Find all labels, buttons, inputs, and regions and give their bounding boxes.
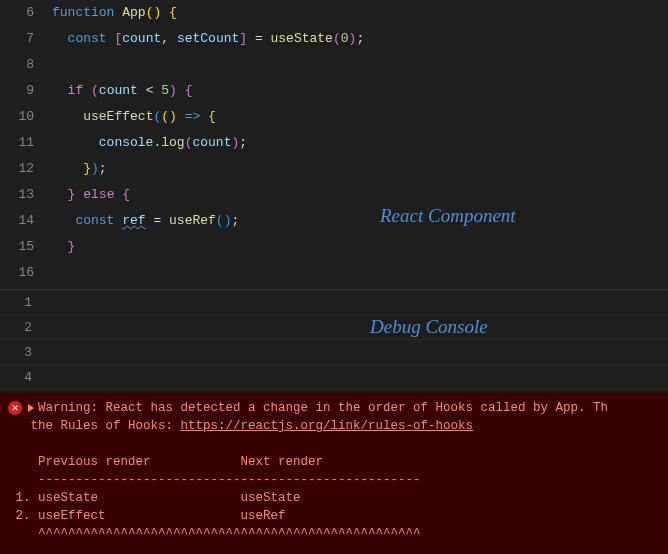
line-number: 12	[4, 156, 34, 182]
error-divider: ----------------------------------------…	[8, 471, 660, 489]
error-rules-row: the Rules of Hooks: https://reactjs.org/…	[8, 417, 660, 435]
error-table-row: 2. useEffect useRef	[8, 507, 660, 525]
code-line[interactable]: if (count < 5) {	[52, 78, 668, 104]
line-number: 9	[4, 78, 34, 104]
code-content[interactable]: function App() { const [count, setCount]…	[48, 0, 668, 289]
line-number: 11	[4, 130, 34, 156]
code-line[interactable]: }	[52, 234, 668, 260]
error-header-row: ✕Warning: React has detected a change in…	[8, 399, 660, 417]
console-gutter: 1 2 3 4	[0, 290, 48, 390]
line-number: 15	[4, 234, 34, 260]
rules-of-hooks-link[interactable]: https://reactjs.org/link/rules-of-hooks	[181, 419, 474, 433]
code-line[interactable]: console.log(count);	[52, 130, 668, 156]
console-body[interactable]	[0, 290, 668, 390]
code-line[interactable]: function App() {	[52, 0, 668, 26]
line-number: 16	[4, 260, 34, 286]
error-icon: ✕	[8, 401, 22, 415]
console-line-number: 2	[4, 315, 32, 340]
line-number-gutter: 6 7 8 9 10 11 12 13 14 15 16	[0, 0, 48, 289]
line-number: 13	[4, 182, 34, 208]
console-line-number: 1	[4, 290, 32, 315]
error-table-row: 1. useState useState	[8, 489, 660, 507]
line-number: 7	[4, 26, 34, 52]
debug-console[interactable]: 1 2 3 4	[0, 289, 668, 393]
code-line[interactable]: const [count, setCount] = useState(0);	[52, 26, 668, 52]
error-table-header: Previous render Next render	[8, 453, 660, 471]
console-line-number: 4	[4, 365, 32, 390]
code-line[interactable]: const ref = useRef();	[52, 208, 668, 234]
code-line[interactable]: });	[52, 156, 668, 182]
error-panel[interactable]: ✕Warning: React has detected a change in…	[0, 393, 668, 554]
line-number: 8	[4, 52, 34, 78]
line-number: 10	[4, 104, 34, 130]
error-warning-text: Warning: React has detected a change in …	[38, 401, 608, 415]
code-line[interactable]: } else {	[52, 182, 668, 208]
expand-icon[interactable]	[28, 404, 34, 412]
code-line[interactable]	[52, 52, 668, 78]
line-number: 6	[4, 0, 34, 26]
console-line-number: 3	[4, 340, 32, 365]
error-carets: ^^^^^^^^^^^^^^^^^^^^^^^^^^^^^^^^^^^^^^^^…	[8, 525, 660, 543]
code-line[interactable]: useEffect(() => {	[52, 104, 668, 130]
code-line[interactable]	[52, 260, 668, 286]
code-editor[interactable]: 6 7 8 9 10 11 12 13 14 15 16 function Ap…	[0, 0, 668, 289]
line-number: 14	[4, 208, 34, 234]
